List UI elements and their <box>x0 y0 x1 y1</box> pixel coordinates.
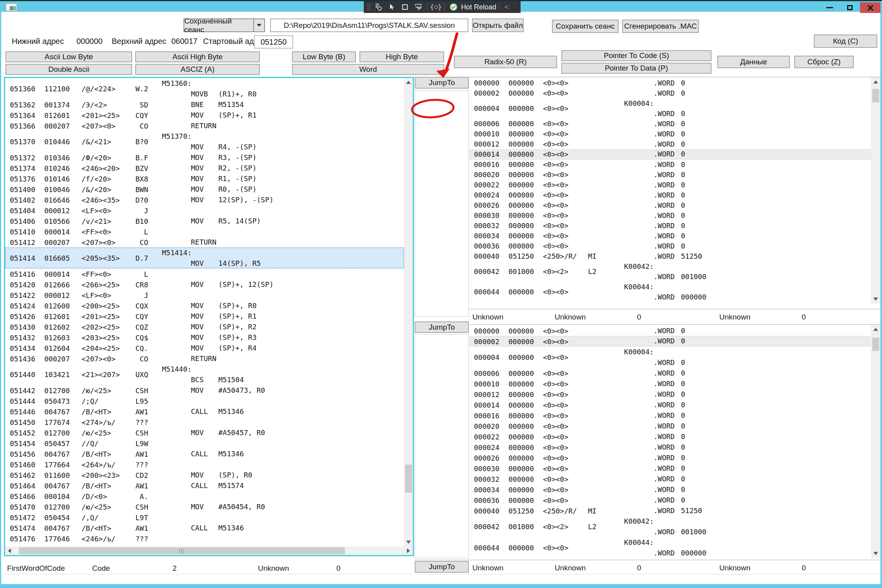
listing-row[interactable]: 051374 010246 <246><20> BZV MOV R2, -(SP… <box>5 163 404 173</box>
grid-row[interactable]: 000042 001000 <0><2> L2 K00042: .WORD 00… <box>469 261 871 282</box>
grid-vertical-scrollbar[interactable] <box>871 77 880 304</box>
minimize-button[interactable] <box>819 2 840 13</box>
ascii-high-byte-button[interactable]: Ascii High Byte <box>135 51 260 62</box>
listing-row[interactable]: 051442 012700 /ю/<25> CSH MOV #A50473, R… <box>5 385 404 396</box>
session-type-dropdown[interactable]: Сохранённый сеанс <box>183 18 265 32</box>
grid-row[interactable]: 000024 000000 <0><0> .WORD 0 <box>469 442 871 452</box>
word-button[interactable]: Word <box>292 64 444 75</box>
listing-vertical-scrollbar[interactable] <box>404 78 413 546</box>
listing-row[interactable]: 051464 004767 /В/<HT> AW1 CALL M51574 <box>5 480 404 491</box>
scroll-left-arrow-icon[interactable] <box>5 546 14 555</box>
listing-row[interactable]: 051362 001374 /Э/<2> SD BNE M51354 <box>5 99 404 110</box>
data-grid-rows[interactable]: 000000 000000 <0><0> .WORD 0 000002 0000… <box>469 325 871 558</box>
data-grid-rows[interactable]: 000000 000000 <0><0> .WORD 0 000002 0000… <box>469 78 871 302</box>
grid-row[interactable]: 000030 000000 <0><0> .WORD 0 <box>469 463 871 474</box>
code-format-button[interactable]: Код (C) <box>814 34 877 48</box>
scroll-up-arrow-icon[interactable] <box>871 325 880 334</box>
jumpto-list-item[interactable] <box>415 105 468 117</box>
toolbar-collapse-chevron-icon[interactable]: < <box>502 3 511 11</box>
grid-row[interactable]: 000042 001000 <0><2> L2 K00042: .WORD 00… <box>469 516 871 537</box>
grid-row[interactable]: 000016 000000 <0><0> .WORD 0 <box>469 160 871 170</box>
listing-row[interactable]: 051474 004767 /В/<HT> AW1 CALL M51346 <box>5 523 404 533</box>
grid-row[interactable]: 000026 000000 <0><0> .WORD 0 <box>469 452 871 463</box>
listing-row[interactable]: 051426 012601 <201><25> CQY MOV (SP)+, R… <box>5 311 404 321</box>
inspect-element-icon[interactable] <box>386 2 397 12</box>
grid-vertical-scrollbar[interactable] <box>871 325 880 558</box>
listing-row[interactable]: 051416 000014 <FF><0> L <box>5 269 404 279</box>
app-icon[interactable] <box>5 3 17 11</box>
grid-row[interactable]: 000026 000000 <0><0> .WORD 0 <box>469 200 871 211</box>
maximize-button[interactable] <box>840 2 860 13</box>
listing-row[interactable]: 051412 000207 <207><0> CO RETURN <box>5 237 404 247</box>
listing-row[interactable]: 051414 016605 <205><35> D.7 M51414: MOV … <box>5 247 404 269</box>
grid-row[interactable]: 000036 000000 <0><0> .WORD 0 <box>469 241 871 251</box>
grid-row[interactable]: 000036 000000 <0><0> .WORD 0 <box>469 495 871 505</box>
reset-format-button[interactable]: Сброс (Z) <box>794 56 854 68</box>
session-path-input[interactable]: D:\Repo\2019\DisAsm11\Progs\STALK.SAV.se… <box>270 18 468 32</box>
grid-row[interactable]: 000010 000000 <0><0> .WORD 0 <box>469 378 871 389</box>
listing-row[interactable]: 051452 012700 /ю/<25> CSH MOV #A50457, R… <box>5 427 404 438</box>
scroll-down-arrow-icon[interactable] <box>871 294 880 304</box>
grid-row[interactable]: 000024 000000 <0><0> .WORD 0 <box>469 190 871 200</box>
scroll-down-arrow-icon[interactable] <box>404 538 413 546</box>
grid-row[interactable]: 000044 000000 <0><0> K00044: .WORD 00000… <box>469 282 871 302</box>
asciz-button[interactable]: ASCIZ (A) <box>135 64 260 75</box>
grid-row[interactable]: 000016 000000 <0><0> .WORD 0 <box>469 410 871 421</box>
listing-row[interactable]: 051376 010146 /f/<20> BX8 MOV R1, -(SP) <box>5 173 404 184</box>
low-byte-button[interactable]: Low Byte (B) <box>292 51 356 62</box>
listing-row[interactable]: 051476 177646 <246>/ъ/ ??? <box>5 533 404 544</box>
grid-row[interactable]: 000044 000000 <0><0> K00044: .WORD 00000… <box>469 537 871 558</box>
listing-row[interactable]: 051456 004767 /В/<HT> AW1 CALL M51346 <box>5 448 404 459</box>
grid-row[interactable]: 000002 000000 <0><0> .WORD 0 <box>469 88 871 98</box>
grid-row[interactable]: 000006 000000 <0><0> .WORD 0 <box>469 368 871 378</box>
listing-row[interactable]: 051422 000012 <LF><0> J <box>5 290 404 300</box>
scroll-up-arrow-icon[interactable] <box>871 77 880 87</box>
listing-row[interactable]: 051420 012666 <266><25> CR8 MOV (SP)+, 1… <box>5 279 404 290</box>
grid-row[interactable]: 000022 000000 <0><0> .WORD 0 <box>469 431 871 442</box>
grid-row[interactable]: 000020 000000 <0><0> .WORD 0 <box>469 421 871 431</box>
listing-row[interactable]: 051454 050457 //Q/ L9W <box>5 438 404 448</box>
open-file-button[interactable]: Открыть файл <box>472 18 524 32</box>
listing-row[interactable]: 051364 012601 <201><25> CQY MOV (SP)+, R… <box>5 110 404 120</box>
grid-row[interactable]: 000034 000000 <0><0> .WORD 0 <box>469 484 871 495</box>
grid-row[interactable]: 000014 000000 <0><0> .WORD 0 <box>469 149 871 160</box>
hot-reload-label[interactable]: Hot Reload <box>461 3 496 11</box>
listing-row[interactable]: 051440 103421 <21><207> UXQ M51440: BCS … <box>5 364 404 385</box>
dropdown-arrow-icon[interactable] <box>253 19 264 31</box>
grid-row[interactable]: 000040 051250 <250>/R/ MI .WORD 51250 <box>469 251 871 261</box>
listing-row[interactable]: 051370 010446 /&/<21> B?0 M51370: MOV R4… <box>5 131 404 152</box>
grid-row[interactable]: 000000 000000 <0><0> .WORD 0 <box>469 78 871 88</box>
pointer-to-data-button[interactable]: Pointer To Data (P) <box>561 63 711 74</box>
show-next-statement-icon[interactable] <box>372 2 384 12</box>
ascii-low-byte-button[interactable]: Ascii Low Byte <box>5 51 132 62</box>
hot-reload-status-icon[interactable] <box>448 2 459 12</box>
listing-row[interactable]: 051400 010046 /&/<20> BWN MOV R0, -(SP) <box>5 184 404 194</box>
listing-row[interactable]: 051404 000012 <LF><0> J <box>5 205 404 216</box>
grid-row[interactable]: 000020 000000 <0><0> .WORD 0 <box>469 170 871 180</box>
close-button[interactable] <box>860 2 880 13</box>
listing-row[interactable]: 051450 177674 <274>/ъ/ ??? <box>5 417 404 427</box>
scrollbar-thumb[interactable] <box>405 465 412 493</box>
radix-50-button[interactable]: Radix-50 (R) <box>454 56 557 68</box>
listing-row[interactable]: 051406 010566 /v/<21> B10 MOV R5, 14(SP) <box>5 216 404 226</box>
save-session-button[interactable]: Сохранить сеанс <box>552 20 619 33</box>
apply-code-changes-icon[interactable]: {} <box>430 2 442 12</box>
listing-row[interactable]: 051360 112100 /@/<224> W.2 M51360: MOVB … <box>5 78 404 99</box>
toolbar-grip-handle[interactable] <box>367 3 371 11</box>
listing-row[interactable]: 051462 011600 <200><23> CD2 MOV (SP), R0 <box>5 470 404 480</box>
jumpto-list-top[interactable] <box>415 90 469 317</box>
scroll-up-arrow-icon[interactable] <box>404 78 413 87</box>
listing-row[interactable]: 051410 000014 <FF><0> L <box>5 226 404 237</box>
disassembly-listing[interactable]: 051360 112100 /@/<224> W.2 M51360: MOVB … <box>5 78 404 546</box>
select-window-icon[interactable] <box>412 2 424 12</box>
listing-row[interactable]: 051402 016646 <246><35> D?0 MOV 12(SP), … <box>5 194 404 205</box>
listing-row[interactable]: 051466 000104 /D/<0> A. <box>5 491 404 501</box>
grid-row[interactable]: 000030 000000 <0><0> .WORD 0 <box>469 211 871 221</box>
grid-row[interactable]: 000022 000000 <0><0> .WORD 0 <box>469 180 871 190</box>
start-address-input[interactable]: 051250 <box>254 35 293 49</box>
listing-row[interactable]: 051444 050473 /;Q/ L95 <box>5 396 404 406</box>
break-all-icon[interactable] <box>399 2 411 12</box>
grid-row[interactable]: 000012 000000 <0><0> .WORD 0 <box>469 139 871 149</box>
grid-row[interactable]: 000012 000000 <0><0> .WORD 0 <box>469 389 871 399</box>
grid-row[interactable]: 000034 000000 <0><0> .WORD 0 <box>469 231 871 241</box>
